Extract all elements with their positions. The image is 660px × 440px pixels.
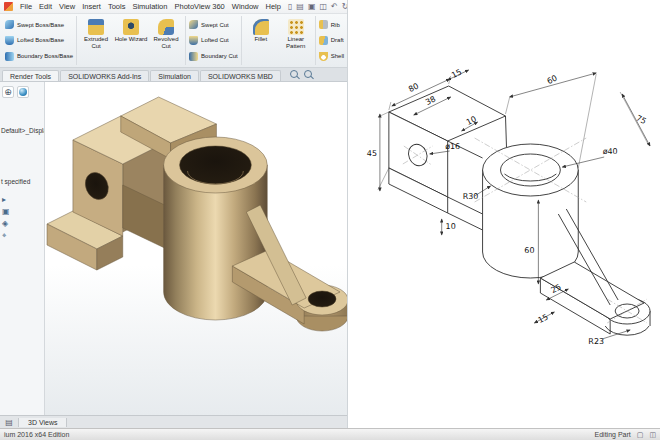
ribbon-group-boss: Swept Boss/Base Lofted Boss/Base Boundar…	[2, 16, 77, 65]
status-editing-mode: Editing Part	[595, 431, 631, 438]
model-arm-hole	[308, 291, 336, 307]
button-label: Linear Pattern	[279, 36, 313, 49]
button-label: Fillet	[254, 36, 267, 43]
boundary-cut-icon	[189, 52, 198, 61]
menu-help[interactable]: Help	[265, 2, 280, 11]
fillet-button[interactable]: Fillet	[244, 17, 278, 43]
linear-pattern-button[interactable]: Linear Pattern	[279, 17, 313, 49]
draft-button[interactable]: Draft	[318, 36, 345, 45]
lofted-cut-button[interactable]: Lofted Cut	[188, 36, 239, 45]
dim-dia40: ø40	[603, 147, 618, 156]
shell-button[interactable]: Shell	[318, 52, 345, 61]
button-label: Draft	[331, 37, 344, 43]
tree-feature-icon[interactable]: ◈	[2, 220, 44, 228]
button-label: Extruded Cut	[79, 36, 113, 49]
zoom-icon[interactable]	[304, 70, 312, 78]
lofted-boss-icon	[5, 36, 14, 45]
linear-pattern-icon	[288, 19, 304, 35]
solidworks-logo-icon	[4, 2, 13, 11]
print-icon[interactable]: ◫	[319, 3, 327, 11]
undo-icon[interactable]: ↶	[331, 3, 338, 11]
tree-items: ▸ ▣ ◈ ⌖	[0, 196, 44, 240]
menu-tools[interactable]: Tools	[108, 2, 126, 11]
lofted-cut-icon	[189, 36, 198, 45]
status-icon-b[interactable]: ◫	[649, 431, 656, 438]
extruded-cut-icon	[88, 19, 104, 35]
button-label: Swept Boss/Base	[17, 22, 64, 28]
tree-origin-icon[interactable]: ⌖	[2, 232, 44, 240]
tree-expand-icon[interactable]: ▸	[2, 196, 44, 204]
rib-icon	[319, 20, 328, 29]
swept-boss-base-button[interactable]: Swept Boss/Base	[4, 20, 74, 29]
boundary-boss-icon	[5, 52, 14, 61]
extruded-cut-button[interactable]: Extruded Cut	[79, 17, 113, 49]
tab-render-tools[interactable]: Render Tools	[2, 70, 59, 81]
button-label: Hole Wizard	[115, 36, 148, 43]
view-tab-bar: ▤ 3D Views	[0, 415, 347, 428]
button-label: Lofted Cut	[201, 37, 229, 43]
features-ribbon: Swept Boss/Base Lofted Boss/Base Boundar…	[0, 14, 347, 68]
menu-insert[interactable]: Insert	[82, 2, 101, 11]
ribbon-group-cut-stack: Swept Cut Lofted Cut Boundary Cut	[186, 16, 242, 65]
tab-solidworks-mbd[interactable]: SOLIDWORKS MBD	[200, 70, 281, 81]
button-label: Shell	[331, 53, 344, 59]
tab-solidworks-add-ins[interactable]: SOLIDWORKS Add-Ins	[60, 70, 149, 81]
rib-button[interactable]: Rib	[318, 20, 345, 29]
hole-wizard-icon	[123, 19, 139, 35]
dim-80: 80	[407, 81, 420, 94]
reference-triad-icon[interactable]: ⊕	[2, 86, 14, 98]
dim-45: 45	[367, 149, 377, 158]
zoom-icon[interactable]	[290, 70, 298, 78]
dimension-drawing: 15 80 60 38 75 45 ø16 10 R30 ø40 10 60 2…	[367, 67, 650, 346]
tab-simulation[interactable]: Simulation	[150, 70, 199, 81]
3d-model[interactable]	[47, 97, 347, 331]
dim-r23: R23	[588, 337, 604, 346]
tab-strip-tools	[290, 70, 312, 81]
menu-edit[interactable]: Edit	[39, 2, 52, 11]
tree-plane-icon[interactable]: ▣	[2, 208, 44, 216]
dim-60-height: 60	[524, 246, 534, 255]
menu-bar: File Edit View Insert Tools Simulation P…	[0, 0, 347, 14]
view-orientation-icon[interactable]	[17, 86, 29, 98]
swept-boss-icon	[5, 20, 14, 29]
open-icon[interactable]: ▤	[296, 3, 304, 11]
tree-item-part-name[interactable]: Default>_Displa	[0, 126, 44, 135]
graphics-viewport[interactable]	[45, 82, 347, 415]
menu-photoview360[interactable]: PhotoView 360	[174, 2, 224, 11]
drawing-pane: 15 80 60 38 75 45 ø16 10 R30 ø40 10 60 2…	[347, 0, 660, 428]
swept-cut-icon	[189, 20, 198, 29]
model-bore	[180, 146, 252, 184]
dim-dia16: ø16	[445, 142, 460, 151]
boundary-cut-button[interactable]: Boundary Cut	[188, 52, 239, 61]
button-label: Swept Cut	[201, 22, 229, 28]
dim-15-arm: 15	[537, 312, 550, 325]
tree-item-material[interactable]: t specified	[0, 177, 44, 186]
solidworks-window: File Edit View Insert Tools Simulation P…	[0, 0, 347, 428]
tab-3d-views[interactable]: 3D Views	[19, 418, 67, 427]
ribbon-group-cut: Extruded Cut Hole Wizard Revolved Cut	[77, 16, 186, 65]
ribbon-group-pattern: Fillet Linear Pattern	[242, 16, 316, 65]
button-label: Revolved Cut	[149, 36, 183, 49]
menu-window[interactable]: Window	[232, 2, 259, 11]
menu-simulation[interactable]: Simulation	[132, 2, 167, 11]
hole-wizard-button[interactable]: Hole Wizard	[114, 17, 148, 43]
ribbon-group-rib: Rib Draft Shell	[316, 16, 347, 65]
boundary-boss-base-button[interactable]: Boundary Boss/Base	[4, 52, 74, 61]
menu-view[interactable]: View	[59, 2, 75, 11]
fillet-icon	[253, 19, 269, 35]
menu-file[interactable]: File	[20, 2, 32, 11]
revolved-cut-button[interactable]: Revolved Cut	[149, 17, 183, 49]
swept-cut-button[interactable]: Swept Cut	[188, 20, 239, 29]
model-tab-icon[interactable]: ▤	[0, 418, 19, 427]
main-content: ⊕ Default>_Displa t specified ▸ ▣ ◈ ⌖	[0, 82, 347, 415]
dim-r30: R30	[463, 192, 479, 201]
button-label: Rib	[331, 22, 340, 28]
new-icon[interactable]: ▯	[288, 3, 292, 11]
feature-manager-tree[interactable]: ⊕ Default>_Displa t specified ▸ ▣ ◈ ⌖	[0, 82, 45, 415]
status-icon-a[interactable]: ▢	[637, 431, 644, 438]
button-label: Lofted Boss/Base	[17, 37, 64, 43]
save-icon[interactable]: ▣	[308, 3, 316, 11]
lofted-boss-base-button[interactable]: Lofted Boss/Base	[4, 36, 74, 45]
draft-icon	[319, 36, 328, 45]
button-label: Boundary Boss/Base	[17, 53, 73, 59]
